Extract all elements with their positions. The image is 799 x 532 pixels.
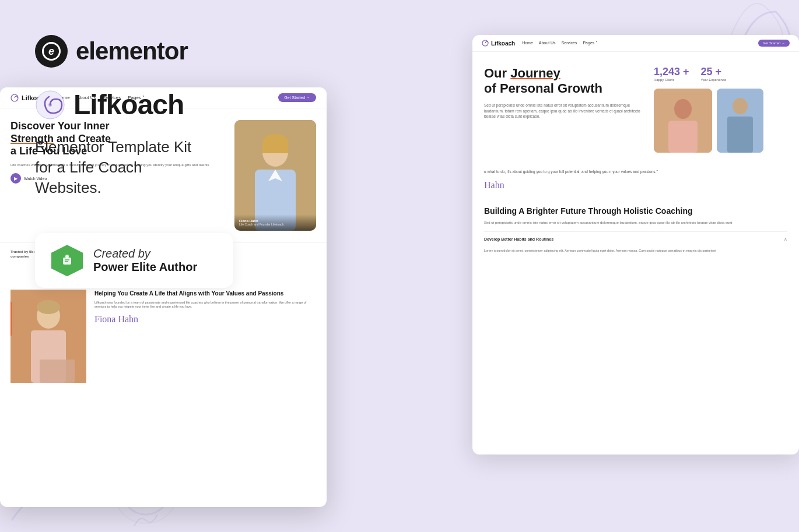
back-photos (654, 89, 787, 153)
back-accordion-content: Lorem ipsum dolor sit amet, consectetuer… (484, 246, 787, 256)
back-stat-label-1: Happy Client (654, 78, 689, 82)
svg-point-29 (37, 300, 60, 314)
svg-point-10 (674, 99, 692, 119)
preview-bottom-content: Helping You Create A Life that Aligns wi… (10, 290, 316, 387)
svg-rect-4 (63, 258, 71, 265)
svg-point-3 (48, 103, 52, 107)
lifkoach-wordmark: Lifkoach (73, 89, 184, 121)
svg-rect-11 (668, 121, 698, 153)
back-navbar: Lifkoach Home About Us Services Pages ˅ … (472, 35, 799, 52)
back-photo-1 (654, 89, 712, 153)
back-stat-number-1: 1,243 + (654, 66, 689, 78)
back-hero-desc: Sed ut perspiciatis unde omnis iste natu… (484, 103, 644, 119)
author-text: Created by Power Elite Author (93, 247, 197, 274)
back-service-desc: Sed ut perspiciatis unde omnis iste natu… (484, 220, 787, 226)
preview-play-icon: ▶ (10, 173, 21, 184)
preview-nav-logo-icon (10, 94, 19, 102)
tagline: Elementor Template Kit for a Life Coach … (35, 137, 280, 198)
svg-rect-14 (727, 117, 753, 153)
lifkoach-logo: Lifkoach (35, 89, 280, 121)
left-panel: e elementor Lifkoach Elementor Template … (35, 35, 280, 288)
elementor-wordmark: elementor (76, 37, 188, 65)
preview-back: Lifkoach Home About Us Services Pages ˅ … (472, 35, 799, 455)
back-photo-2-illustration (717, 89, 763, 153)
author-badge: Created by Power Elite Author (35, 233, 233, 288)
back-stat-happy-client: 1,243 + Happy Client (654, 66, 689, 82)
back-nav-links: Home About Us Services Pages ˅ (522, 41, 751, 45)
back-quote-text: u what to do, it's about guiding you to … (484, 169, 787, 175)
back-quote: u what to do, it's about guiding you to … (472, 162, 799, 199)
created-by-label: Created by (93, 247, 197, 260)
power-elite-label: Power Elite Author (93, 260, 197, 274)
back-hero-title: Our Journey of Personal Growth (484, 66, 644, 97)
back-accordion-item[interactable]: Develop Better Habits and Routines ∧ (484, 231, 787, 246)
svg-rect-31 (40, 360, 75, 383)
preview-bottom-illustration (10, 290, 86, 383)
back-accordion-toggle-icon[interactable]: ∧ (784, 237, 787, 242)
back-hero-right: 1,243 + Happy Client 25 + Year Experienc… (654, 66, 787, 153)
back-hero-title-highlighted: Journey (510, 66, 560, 80)
back-stat-label-2: Year Experience (700, 78, 726, 82)
author-icon-svg (58, 252, 76, 269)
back-stat-number-2: 25 + (700, 66, 726, 78)
elementor-logo: e elementor (35, 35, 280, 68)
preview-bottom: Helping You Create A Life that Aligns wi… (0, 280, 327, 397)
elementor-icon: e (35, 35, 68, 68)
lifkoach-icon (35, 90, 65, 120)
svg-point-7 (65, 255, 69, 258)
back-accordion-label: Develop Better Habits and Routines (484, 237, 553, 241)
svg-point-13 (733, 98, 748, 114)
back-quote-sig: Hahn (484, 178, 787, 192)
back-hero-text: Our Journey of Personal Growth Sed ut pe… (484, 66, 644, 153)
back-stat-year-exp: 25 + Year Experience (700, 66, 726, 82)
preview-bottom-image (10, 290, 86, 383)
back-photo-2 (717, 89, 763, 153)
elementor-e-letter: e (48, 45, 54, 58)
back-service: Building A Brighter Future Through Holis… (472, 199, 799, 263)
back-nav-services: Services (562, 41, 577, 45)
back-nav-logo: Lifkoach (482, 40, 515, 47)
back-nav-cta[interactable]: Get Started → (758, 40, 790, 47)
back-nav-logo-icon (482, 40, 489, 47)
back-nav-home: Home (522, 41, 533, 45)
back-service-title: Building A Brighter Future Through Holis… (484, 206, 787, 216)
back-nav-pages: Pages ˅ (583, 41, 598, 45)
back-stats: 1,243 + Happy Client 25 + Year Experienc… (654, 66, 787, 82)
preview-nav-cta[interactable]: Get Started → (278, 93, 316, 102)
trusted-label: Trusted by 5k+companies (10, 250, 35, 259)
back-photo-1-illustration (654, 89, 712, 153)
back-hero: Our Journey of Personal Growth Sed ut pe… (472, 52, 799, 162)
author-icon (51, 245, 83, 276)
back-nav-about: About Us (539, 41, 556, 45)
preview-accent-bar (10, 301, 12, 336)
